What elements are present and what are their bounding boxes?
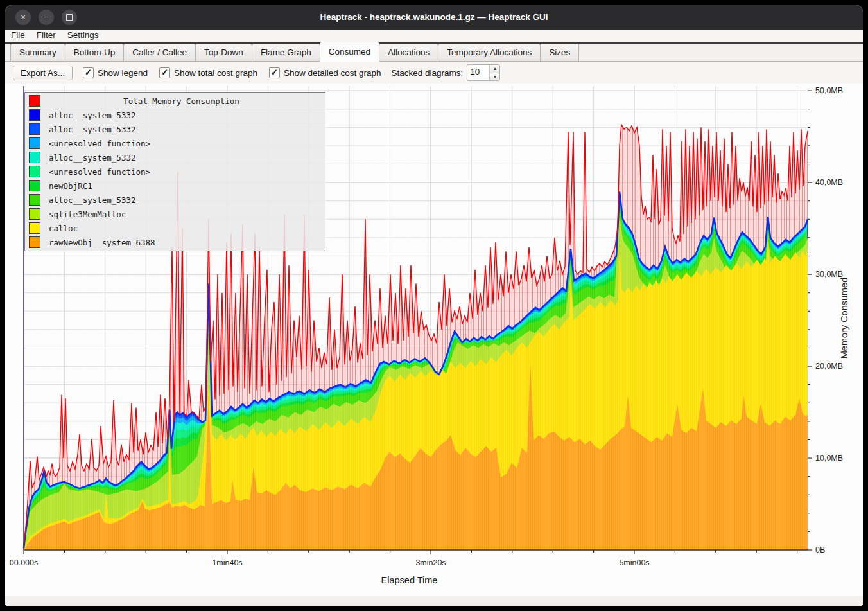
legend-label: Total Memory Consumption [40, 96, 322, 106]
legend-item[interactable]: newObjRC1 [25, 179, 325, 193]
legend-item[interactable]: <unresolved function> [25, 164, 325, 179]
checkbox-icon[interactable]: ✓ [269, 67, 280, 78]
legend-label: alloc__system_5332 [49, 153, 135, 163]
legend-item[interactable]: rawNewObj__system_6388 [25, 235, 325, 249]
legend-label: sqlite3MemMalloc [49, 209, 126, 219]
spin-down-icon[interactable]: ▼ [490, 73, 499, 81]
legend-item[interactable]: sqlite3MemMalloc [25, 207, 325, 221]
tab-bottom-up[interactable]: Bottom-Up [65, 44, 125, 61]
legend-swatch [29, 208, 40, 220]
checkbox-group: ✓Show legend✓Show total cost graph✓Show … [83, 67, 381, 78]
title-bar[interactable]: × − Heaptrack - heaptrack.wakunode.1.gz … [5, 5, 863, 30]
legend-label: <unresolved function> [49, 139, 150, 148]
tab-allocations[interactable]: Allocations [379, 44, 438, 61]
legend-swatch [29, 166, 40, 177]
spin-up-icon[interactable]: ▲ [490, 65, 499, 73]
menu-item-file[interactable]: File [5, 30, 31, 40]
legend-item[interactable]: alloc__system_5332 [25, 108, 325, 122]
checkbox-icon[interactable]: ✓ [83, 67, 94, 78]
y-tick-label: 20,0MB [815, 362, 843, 371]
x-tick-label: 3min20s [415, 558, 446, 567]
stacked-diagrams-label: Stacked diagrams: [392, 68, 464, 78]
tab-summary[interactable]: Summary [10, 44, 65, 61]
checkbox-show-detailed-cost-graph[interactable]: ✓Show detailed cost graph [269, 67, 381, 78]
checkbox-label: Show total cost graph [174, 68, 257, 78]
checkbox-show-legend[interactable]: ✓Show legend [83, 67, 148, 78]
tab-caller-callee[interactable]: Caller / Callee [123, 44, 196, 61]
legend-label: rawNewObj__system_6388 [49, 238, 155, 247]
tab-sizes[interactable]: Sizes [540, 44, 579, 61]
x-axis-title: Elapsed Time [381, 575, 438, 585]
tab-temporary-allocations[interactable]: Temporary Allocations [438, 44, 541, 61]
window-title: Heaptrack - heaptrack.wakunode.1.gz — He… [5, 5, 863, 30]
legend-item[interactable]: calloc [25, 221, 325, 235]
tab-flame-graph[interactable]: Flame Graph [252, 44, 320, 61]
legend-swatch [29, 236, 40, 248]
export-as-button[interactable]: Export As... [13, 66, 73, 80]
legend-item[interactable]: alloc__system_5332 [25, 122, 325, 136]
chart-legend[interactable]: Total Memory Consumptionalloc__system_53… [24, 92, 326, 251]
menu-item-filter[interactable]: Filter [31, 30, 62, 40]
checkbox-label: Show legend [98, 68, 148, 78]
tab-consumed[interactable]: Consumed [320, 42, 379, 62]
tab-top-down[interactable]: Top-Down [195, 44, 252, 61]
x-tick-label: 5min00s [619, 558, 649, 567]
legend-label: <unresolved function> [49, 167, 150, 177]
menu-bar: FileFilterSettings [5, 30, 863, 42]
checkbox-show-total-cost-graph[interactable]: ✓Show total cost graph [159, 67, 257, 78]
checkbox-label: Show detailed cost graph [284, 68, 381, 78]
legend-swatch [29, 152, 40, 163]
legend-label: calloc [49, 224, 78, 233]
legend-swatch [29, 123, 40, 135]
y-tick-label: 50,0MB [815, 86, 843, 95]
legend-swatch [29, 95, 40, 107]
window-footer [5, 596, 863, 606]
checkbox-icon[interactable]: ✓ [159, 67, 170, 78]
legend-label: alloc__system_5332 [49, 125, 135, 134]
legend-item[interactable]: alloc__system_5332 [25, 150, 325, 164]
stacked-diagrams-value[interactable]: 10 [467, 65, 489, 80]
y-tick-label: 40,0MB [815, 178, 843, 187]
y-tick-label: 0B [815, 545, 825, 554]
x-tick-label: 00.000s [10, 558, 38, 567]
legend-label: alloc__system_5332 [49, 195, 135, 205]
app-window: × − Heaptrack - heaptrack.wakunode.1.gz … [5, 5, 863, 606]
legend-item[interactable]: <unresolved function> [25, 136, 325, 150]
x-tick-label: 1min40s [212, 558, 242, 567]
legend-item[interactable]: Total Memory Consumption [25, 94, 325, 108]
consumed-chart-area[interactable]: 00.000s1min40s3min20s5min00s0B10,0MB20,0… [5, 84, 863, 596]
stacked-diagrams-spinbox[interactable]: 10 ▲ ▼ [467, 64, 500, 81]
toolbar: Export As... ✓Show legend✓Show total cos… [5, 62, 863, 84]
y-axis-title: Memory Consumed [839, 278, 849, 359]
y-tick-label: 10,0MB [815, 454, 843, 463]
legend-label: newObjRC1 [49, 181, 92, 191]
legend-label: alloc__system_5332 [49, 111, 135, 120]
legend-item[interactable]: alloc__system_5332 [25, 193, 325, 207]
menu-item-settings[interactable]: Settings [62, 30, 105, 40]
legend-swatch [29, 194, 40, 206]
legend-swatch [29, 109, 40, 121]
legend-swatch [29, 137, 40, 149]
legend-swatch [29, 180, 40, 191]
tab-bar: SummaryBottom-UpCaller / CalleeTop-DownF… [5, 44, 863, 62]
legend-swatch [29, 222, 40, 234]
